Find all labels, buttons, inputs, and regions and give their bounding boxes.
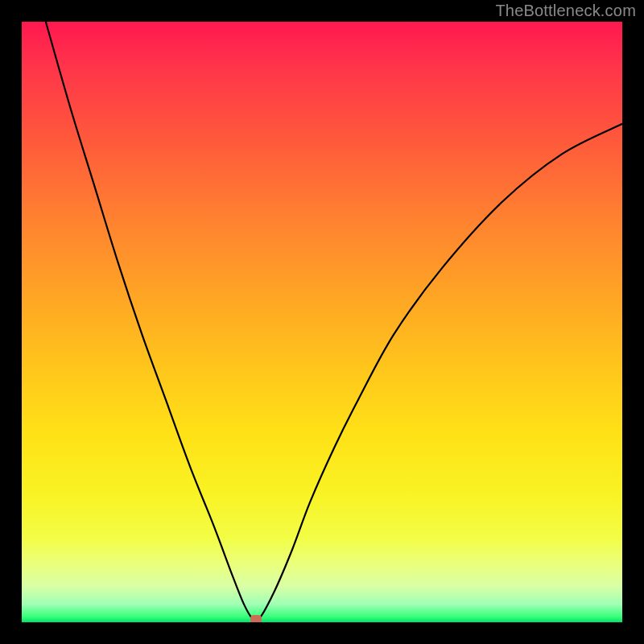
chart-frame: TheBottleneck.com [0,0,644,644]
watermark-label: TheBottleneck.com [495,2,636,20]
bottleneck-curve-line [46,22,622,622]
current-point-marker [250,615,262,622]
bottleneck-curve-svg [22,22,622,622]
plot-area [22,22,622,622]
